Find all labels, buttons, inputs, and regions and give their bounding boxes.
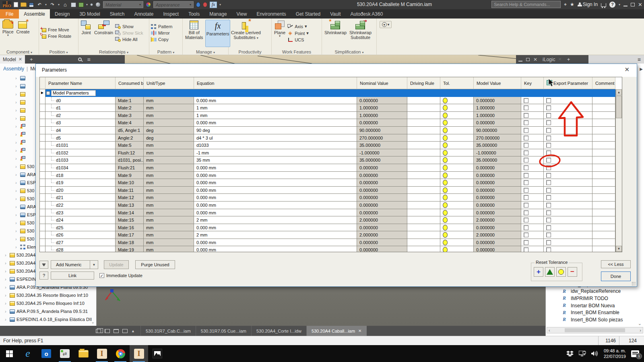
tolerance-indicator-icon[interactable] [443,157,448,163]
parameter-row[interactable]: d1031 Mate:5 mm d1033 35.000000 35.00000… [40,142,615,149]
parameter-row[interactable]: d1032 Flush:12 mm -1 mm -1.000000 -1.000… [40,149,615,157]
equation-cell[interactable]: 35 mm [194,156,357,164]
expand-arrow-icon[interactable]: › [15,196,19,201]
undo-caret[interactable]: ▾ [45,3,47,6]
new-panel-tab-button[interactable]: + [30,56,33,62]
ribbon-tab[interactable]: Get Started [291,9,325,19]
key-checkbox[interactable] [524,195,528,200]
expand-arrow-icon[interactable]: › [15,108,19,113]
tolerance-nominal-button[interactable] [545,267,555,277]
document-tab[interactable]: 530.31R7_Cab.C...iam [140,326,196,336]
parameter-row[interactable]: d24 Mate:15 mm 2 mm 2.000000 2.000000 [40,216,615,224]
comment-cell[interactable] [592,142,615,149]
key-checkbox[interactable] [524,120,528,125]
equation-cell[interactable]: 2 mm [194,231,357,239]
constrain-button[interactable]: Constrain [93,20,114,47]
group-label-simplification[interactable]: Simplification [322,48,376,55]
help-icon[interactable]: ? [609,2,615,8]
key-checkbox[interactable] [524,232,528,237]
free-move-button[interactable]: Free Move [41,27,71,32]
tolerance-cell[interactable] [440,239,474,246]
export-cell[interactable] [544,112,592,119]
equation-cell[interactable]: 0.000 mm [194,194,357,201]
export-checkbox[interactable] [546,232,551,237]
scroll-up-icon[interactable]: ▲ [616,89,622,95]
panel-menu-icon[interactable]: ≡ [87,56,91,63]
key-checkbox[interactable] [524,188,528,193]
equation-cell[interactable]: 1 mm [194,104,357,111]
expand-arrow-icon[interactable]: › [5,317,8,322]
expand-arrow-icon[interactable]: › [15,84,19,88]
expand-arrow-icon[interactable]: › [15,92,19,97]
export-checkbox[interactable] [546,188,551,193]
comment-cell[interactable] [592,239,615,246]
comment-cell[interactable] [592,156,615,164]
tolerance-cell[interactable] [440,194,474,201]
close-button[interactable]: ✕ [638,2,642,8]
scroll-left-icon[interactable]: ‹ [549,328,550,333]
tolerance-cell[interactable] [440,246,474,252]
key-cell[interactable] [521,187,544,194]
ribbon-tab[interactable]: Design [50,9,74,19]
export-cell[interactable] [544,127,592,134]
equation-cell[interactable]: 0.000 mm [194,172,357,179]
tolerance-indicator-icon[interactable] [443,240,448,245]
group-label-component[interactable]: Component [0,48,39,55]
key-checkbox[interactable] [524,98,528,103]
export-checkbox[interactable] [546,240,551,245]
tolerance-indicator-icon[interactable] [443,113,448,118]
measure-icon[interactable] [78,2,84,7]
expand-arrow-icon[interactable]: › [5,293,8,298]
taskbar-outlook[interactable] [37,345,56,362]
export-cell[interactable] [544,246,592,252]
filter-button[interactable] [39,261,48,269]
parameter-row[interactable]: d21 Mate:12 mm 0.000 mm 0.000000 0.00000… [40,194,615,202]
start-button[interactable] [0,345,19,362]
shrinkwrap-button[interactable]: *Shrinkwrap [324,20,347,47]
link-button[interactable]: Link [51,272,94,280]
browser-scroll-down-icon[interactable]: ⌄ [91,320,95,324]
export-checkbox[interactable] [546,203,551,208]
document-tab[interactable]: 530.20A4 Caball...iam [306,326,367,336]
export-cell[interactable] [544,149,592,156]
expand-arrow-icon[interactable]: › [15,148,19,153]
adjust-icon[interactable] [196,2,200,7]
pattern-button[interactable]: Pattern [151,24,172,29]
group-label-work-features[interactable]: Work Features [272,48,322,55]
parameter-name-cell[interactable]: d1 [45,104,116,111]
export-cell[interactable] [544,209,592,216]
ilogic-scroll-right-icon[interactable]: ▶ [640,67,643,71]
tolerance-cell[interactable] [440,179,474,186]
export-checkbox[interactable] [546,210,551,215]
parameter-row[interactable]: d1 Mate:2 mm 1 mm 1.000000 1.000000 [40,104,615,112]
tolerance-indicator-icon[interactable] [443,247,448,252]
equation-cell[interactable]: -1 mm [194,149,357,156]
expand-arrow-icon[interactable]: › [5,309,8,314]
equation-cell[interactable]: 0.000 mm [194,187,357,194]
tolerance-cell[interactable] [440,231,474,239]
key-cell[interactable] [521,142,544,149]
ilogic-scroll-down-icon[interactable]: ⌄ [638,321,642,326]
minimize-button[interactable] [623,6,627,6]
parameter-name-cell[interactable]: d19 [45,179,116,186]
show-button[interactable]: Show [115,24,143,29]
header-consumed-by[interactable]: Consumed by [116,77,144,89]
comment-cell[interactable] [592,97,615,104]
free-rotate-button[interactable]: Free Rotate [41,34,71,39]
redo-caret[interactable]: ▾ [58,3,60,6]
tolerance-indicator-icon[interactable] [443,150,448,156]
key-cell[interactable] [521,239,544,246]
redo-icon[interactable] [49,2,56,8]
model-panel-tab[interactable]: Model✕ [0,55,25,64]
new-file-icon[interactable] [14,2,18,7]
equation-cell[interactable]: d1033 [194,142,357,149]
group-label-manage[interactable]: Manage [183,48,228,55]
tolerance-cell[interactable] [440,224,474,231]
key-checkbox[interactable] [524,218,528,222]
tolerance-indicator-icon[interactable] [443,105,448,111]
expand-arrow-icon[interactable]: › [15,140,19,145]
expand-arrow-icon[interactable]: › [15,124,19,129]
bill-of-materials-button[interactable]: Bill ofMaterials [184,20,204,47]
ribbon-tab[interactable]: Assemble [19,9,50,19]
header-equation[interactable]: Equation [194,77,357,89]
